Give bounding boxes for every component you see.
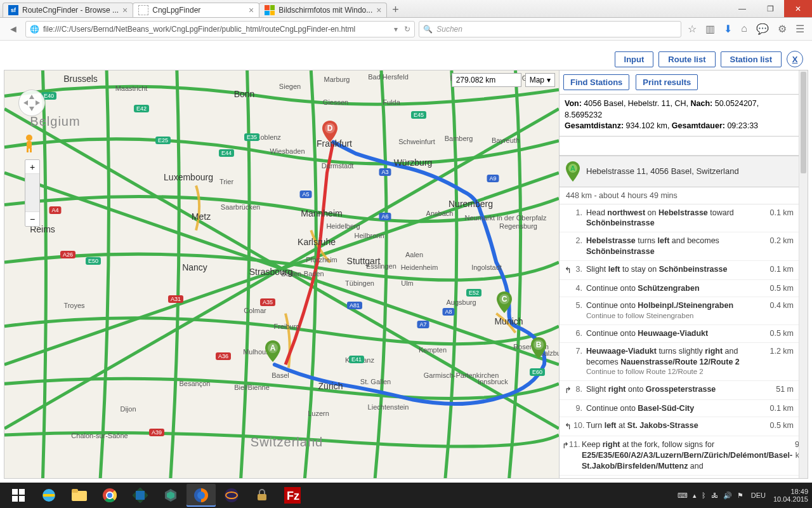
- map-marker-A[interactable]: A: [265, 340, 280, 362]
- map-marker-B[interactable]: B: [531, 337, 546, 359]
- step-number: 3.: [573, 264, 586, 275]
- firefox-icon[interactable]: [187, 484, 216, 507]
- volume-icon[interactable]: 🔊: [723, 491, 732, 500]
- home-icon[interactable]: ⌂: [741, 23, 747, 35]
- step-distance: 0.5 km: [759, 328, 794, 339]
- direction-step[interactable]: 2.Hebelstrasse turns left and becomes Sc…: [560, 232, 799, 261]
- map-marker-D[interactable]: D: [322, 121, 337, 142]
- zoom-slider[interactable]: [25, 174, 39, 212]
- sidebar-buttons: Find Stations Print results: [560, 70, 799, 95]
- print-results-button[interactable]: Print results: [636, 74, 698, 90]
- direction-step[interactable]: ↱11.Keep right at the fork, follow signs…: [560, 436, 799, 476]
- sidebar-gap: [560, 137, 799, 156]
- vbox-icon[interactable]: [126, 484, 155, 507]
- tab-close-icon[interactable]: ×: [249, 5, 254, 15]
- chrome-icon[interactable]: [95, 484, 124, 507]
- scrollbar-thumb[interactable]: [801, 72, 806, 173]
- tray-chevron-icon[interactable]: ▴: [693, 491, 697, 500]
- direction-step[interactable]: 7.Heuwaage-Viadukt turns slightly right …: [560, 343, 799, 381]
- system-tray[interactable]: ⌨ ▴ ᛒ 🖧 🔊 ⚑: [678, 491, 743, 500]
- library-icon[interactable]: ▥: [705, 23, 715, 35]
- bookmark-icon[interactable]: ☆: [688, 23, 697, 35]
- dur-label: Gesamtdauer:: [672, 121, 725, 130]
- maximize-button[interactable]: ❐: [756, 0, 784, 17]
- taskbar-right: ⌨ ▴ ᛒ 🖧 🔊 ⚑ DEU 18:49 10.04.2015: [678, 488, 808, 503]
- station-list-button[interactable]: Station list: [721, 51, 782, 67]
- maneuver-icon: [562, 283, 573, 284]
- lock-app-icon[interactable]: [247, 484, 277, 507]
- direction-step[interactable]: ↰10.Turn left at St. Jakobs-Strasse0.5 k…: [560, 417, 799, 436]
- url-dropdown-icon[interactable]: ▾: [391, 25, 400, 34]
- netbeans-icon[interactable]: [156, 484, 185, 507]
- step-distance: 1.2 km: [759, 346, 794, 357]
- tab-0[interactable]: sf RouteCngFinder - Browse ... ×: [3, 3, 133, 17]
- ie-icon[interactable]: [34, 484, 63, 507]
- search-placeholder: Suchen: [436, 25, 462, 34]
- explorer-icon[interactable]: [65, 484, 94, 507]
- svg-text:Fz: Fz: [287, 490, 299, 502]
- close-button[interactable]: ✕: [784, 0, 812, 17]
- keyboard-icon[interactable]: ⌨: [678, 491, 688, 500]
- tab-label: Bildschirmfotos mit Windo...: [278, 6, 372, 15]
- maneuver-icon: [562, 208, 573, 208]
- map-marker-C[interactable]: C: [497, 291, 512, 313]
- minimize-button[interactable]: —: [728, 0, 756, 17]
- von-label: Von:: [565, 99, 582, 108]
- svg-rect-18: [19, 496, 25, 502]
- chat-icon[interactable]: 💬: [756, 23, 769, 35]
- step-number: 8.: [573, 384, 586, 395]
- directions-steps: 1.Head northwest on Hebelstrasse toward …: [560, 204, 799, 479]
- tab-close-icon[interactable]: ×: [122, 5, 128, 15]
- filezilla-icon[interactable]: Fz: [278, 484, 307, 507]
- direction-step[interactable]: 6.Continue onto Heuwaage-Viadukt0.5 km: [560, 325, 799, 343]
- step-distance: 0.2 km: [759, 236, 794, 246]
- map-type-selector[interactable]: Map ▾: [525, 73, 555, 87]
- step-text: Hebelstrasse turns left and becomes Schö…: [586, 236, 759, 257]
- tab-2[interactable]: Bildschirmfotos mit Windo... ×: [259, 3, 387, 17]
- direction-step[interactable]: 1.Head northwest on Hebelstrasse toward …: [560, 204, 799, 233]
- flag-icon[interactable]: ⚑: [737, 491, 743, 500]
- svg-rect-21: [72, 489, 78, 493]
- clock[interactable]: 18:49 10.04.2015: [773, 488, 808, 503]
- addon-icon[interactable]: ⚙: [778, 23, 787, 35]
- direction-step[interactable]: 5.Continue onto Holbeinpl./Steinengraben…: [560, 297, 799, 324]
- network-icon[interactable]: 🖧: [711, 491, 718, 499]
- maneuver-icon: ↰: [562, 264, 573, 276]
- find-stations-button[interactable]: Find Stations: [563, 74, 629, 90]
- step-number: 9.: [573, 403, 586, 414]
- map-pan-control[interactable]: [18, 90, 45, 116]
- new-tab-button[interactable]: +: [386, 3, 404, 17]
- direction-step[interactable]: ↱8.Slight right onto Grosspeterstrasse51…: [560, 381, 799, 400]
- search-box[interactable]: 🔍 Suchen: [419, 21, 681, 37]
- clock-date: 10.04.2015: [773, 495, 808, 503]
- direction-step[interactable]: 9.Continue onto Basel-Süd-City0.1 km: [560, 400, 799, 418]
- pegman-icon[interactable]: [22, 134, 36, 153]
- zoom-out-button[interactable]: −: [25, 212, 39, 226]
- step-number: 2.: [573, 236, 586, 246]
- bluetooth-icon[interactable]: ᛒ: [702, 491, 706, 499]
- zoom-in-button[interactable]: +: [25, 160, 39, 174]
- url-text: file:///C:/Users/Bernd/NetBeans_work/Cng…: [43, 25, 391, 34]
- map[interactable]: BrusselsBelgiumMaastrichtBonnKoblenzWies…: [4, 70, 559, 478]
- tab-1[interactable]: CngLpgFinder ×: [133, 3, 259, 17]
- url-bar[interactable]: 🌐 file:///C:/Users/Bernd/NetBeans_work/C…: [25, 21, 415, 37]
- input-button[interactable]: Input: [615, 51, 654, 67]
- menu-icon[interactable]: ☰: [796, 23, 804, 35]
- reload-icon[interactable]: ↻: [400, 25, 410, 34]
- step-distance: 9.5 km: [792, 439, 799, 461]
- globe-icon: 🌐: [30, 25, 39, 34]
- tab-close-icon[interactable]: ×: [376, 5, 381, 15]
- start-button[interactable]: [4, 484, 33, 507]
- sidebar-scrollbar[interactable]: [799, 70, 808, 478]
- start-address: Hebelstrasse 11, 4056 Basel, Switzerland: [586, 166, 739, 176]
- direction-step[interactable]: 4.Continue onto Schützengraben0.5 km: [560, 280, 799, 298]
- download-icon[interactable]: ⬇: [724, 23, 732, 35]
- close-panel-button[interactable]: X: [787, 51, 803, 67]
- taskbar: Fz ⌨ ▴ ᛒ 🖧 🔊 ⚑ DEU 18:49 10.04.2015: [0, 483, 812, 508]
- route-start[interactable]: A Hebelstrasse 11, 4056 Basel, Switzerla…: [560, 156, 799, 187]
- language-indicator[interactable]: DEU: [751, 491, 766, 499]
- route-list-button[interactable]: Route list: [658, 51, 715, 67]
- direction-step[interactable]: ↰3.Slight left to stay on Schönbeinstras…: [560, 261, 799, 280]
- back-button[interactable]: ◄: [5, 21, 22, 37]
- eclipse-icon[interactable]: [217, 484, 246, 507]
